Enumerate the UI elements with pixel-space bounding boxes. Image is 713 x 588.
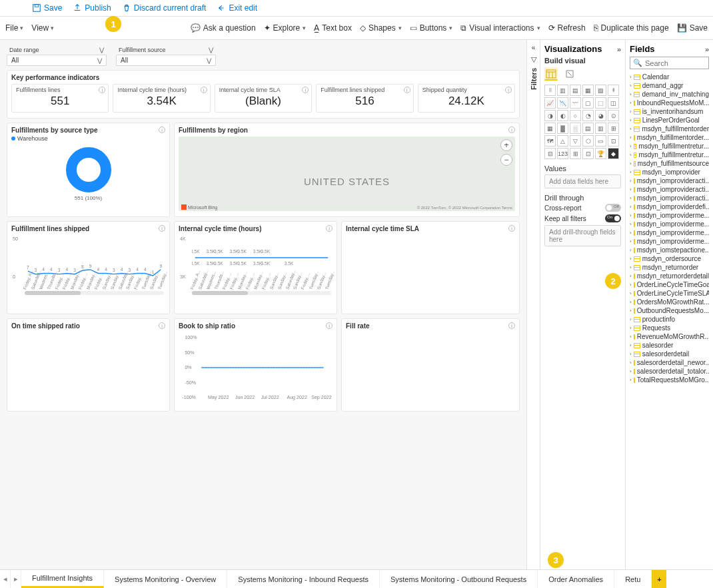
page-tab[interactable]: Systems Monitoring - Outbound Requests [380,570,538,588]
buttons-menu[interactable]: ▭Buttons▾ [410,23,453,33]
drillthrough-dropzone[interactable]: Add drill-through fields here [544,225,621,246]
values-dropzone[interactable]: Add data fields here [544,174,621,188]
search-input[interactable] [645,59,698,67]
build-visual-tab[interactable] [544,67,558,81]
viz-type-icon[interactable]: 🗺 [544,135,556,147]
collapse-icon[interactable]: » [617,45,621,53]
field-table[interactable]: ›msdyn_iomproviderme... [630,237,709,246]
viz-type-icon[interactable]: ▦ [582,85,594,96]
field-table[interactable]: ›TotalRequestsMoMGro... [630,376,709,384]
viz-type-icon[interactable]: 📈 [544,97,556,109]
field-table[interactable]: ›OrdersMoMGrowthRat... [630,298,709,306]
viz-type-icon[interactable]: ▤ [582,123,594,134]
expand-icon[interactable]: « [532,44,536,51]
field-table[interactable]: ›is_inventorihandsum [630,107,709,116]
save-button[interactable]: Save [32,3,62,13]
info-icon[interactable]: i [508,322,515,329]
viz-type-icon[interactable]: ⫴ [544,85,556,96]
field-table[interactable]: ›RevenueMoMGrowthR... [630,332,709,341]
field-table[interactable]: ›salesorder [630,341,709,350]
viz-type-icon[interactable]: ⬡ [582,135,594,147]
field-table[interactable]: ›msdyn_returnorder [630,263,709,272]
viz-type-icon[interactable]: ▥ [595,123,606,134]
field-table[interactable]: ›msdyn_iomprovider [630,168,709,176]
viz-type-icon[interactable]: ◆ [608,148,619,159]
viz-type-icon[interactable]: ▦ [544,123,556,134]
info-icon[interactable]: i [159,225,165,232]
info-icon[interactable]: i [99,87,105,93]
visual-interactions-menu[interactable]: ⧉Visual interactions▾ [460,23,540,33]
discard-button[interactable]: Discard current draft [122,3,207,13]
field-table[interactable]: ›msdyn_iomprovideracti... [630,176,709,185]
kpi-card[interactable]: i Internal cycle time (hours) 3.54K [113,84,210,113]
page-tab[interactable]: Retu [614,570,652,588]
field-table[interactable]: ›InboundRequestsMoM... [630,99,709,107]
field-table[interactable]: ›msdyn_returnorderdetail [630,272,709,280]
viz-type-icon[interactable]: ⫵ [608,85,619,96]
viz-type-icon[interactable]: ○ [570,110,581,121]
info-icon[interactable]: i [505,87,512,93]
slicer-fulfillment-source[interactable]: Fulfillment source⋁ All⋁ [116,45,216,66]
field-table[interactable]: ›LinesPerOrderGoal [630,116,709,125]
tile-by-source-type[interactable]: Fulfillments by source type i Warehouse … [7,123,170,217]
field-table[interactable]: ›Requests [630,324,709,332]
viz-type-icon[interactable]: ▢ [582,97,594,109]
field-table[interactable]: ›msdyn_fulfillmentorder [630,125,709,133]
field-table[interactable]: ›salesorderdetail [630,350,709,358]
field-table[interactable]: ›msdyn_fulfillmentsource [630,159,709,168]
collapse-icon[interactable]: » [705,45,709,53]
viz-type-icon[interactable]: ⊟ [544,148,556,159]
tile-on-time[interactable]: On time shipped ratio i [7,318,170,412]
field-table[interactable]: ›msdyn_iomproviderme... [630,220,709,228]
fields-search[interactable]: 🔍 [630,57,709,69]
slicer-date-range[interactable]: Date range⋁ All⋁ [7,45,107,66]
field-table[interactable]: ›msdyn_iomprovideracti... [630,185,709,194]
tile-cycle-time[interactable]: Internal cycle time (hours) i 4K3K 3.5K3… [174,221,337,314]
save-button-2[interactable]: 💾Save [677,23,708,33]
view-menu[interactable]: View▾ [31,23,54,33]
explore-menu[interactable]: ✦Explore▾ [264,23,307,33]
map-zoom-in[interactable]: + [500,139,512,151]
refresh-button[interactable]: ⟳Refresh [548,23,586,33]
chart-scrollbar[interactable] [25,291,164,295]
field-table[interactable]: ›msdyn_fulfillmentretur... [630,142,709,150]
viz-type-icon[interactable]: ▓ [557,123,568,134]
viz-type-icon[interactable]: ◔ [582,110,594,121]
viz-type-icon[interactable]: ◕ [595,110,606,121]
info-icon[interactable]: i [404,87,410,93]
exit-edit-button[interactable]: Exit edit [217,3,257,13]
publish-button[interactable]: Publish [73,3,111,13]
page-tab[interactable]: Fulfillment Insights [21,570,104,588]
field-table[interactable]: ›salesorderdetail_totalor... [630,367,709,376]
viz-type-icon[interactable]: △ [557,135,568,147]
field-table[interactable]: ›msdyn_iomstepactione... [630,246,709,254]
info-icon[interactable]: i [326,225,333,232]
chart-scrollbar[interactable] [192,291,331,295]
viz-type-icon[interactable]: 123 [557,148,568,159]
field-table[interactable]: ›OutboundRequestsMo... [630,306,709,315]
field-table[interactable]: ›msdyn_fulfillmentretur... [630,150,709,159]
field-table[interactable]: ›msdyn_iomproviderdefi... [630,202,709,211]
viz-type-icon[interactable]: ◑ [544,110,556,121]
viz-type-icon[interactable]: ▽ [570,135,581,147]
viz-type-icon[interactable]: ░ [570,123,581,134]
viz-type-icon[interactable]: ▤ [570,85,581,96]
kpi-card[interactable]: i Fulfillments lines 551 [11,84,109,113]
viz-type-icon[interactable]: 📉 [557,97,568,109]
tile-lines-shipped[interactable]: Fulfillment lines shipped i 500 73443438… [7,221,170,314]
field-table[interactable]: ›OrderLineCycleTimeSLA [630,289,709,298]
textbox-button[interactable]: A̲Text box [314,23,352,33]
viz-type-icon[interactable]: ▥ [557,85,568,96]
field-table[interactable]: ›salesorderdetail_newor... [630,358,709,367]
kpi-card[interactable]: i Fulfillment lines shipped 516 [316,84,413,113]
info-icon[interactable]: i [302,87,309,93]
map-zoom-out[interactable]: − [500,154,512,166]
field-table[interactable]: ›msdyn_iomproviderme... [630,211,709,220]
map-visual[interactable]: UNITED STATES + − Microsoft Bing © 2022 … [179,137,515,211]
viz-type-icon[interactable]: ⊞ [608,123,619,134]
tile-fill-rate[interactable]: Fill rate i [341,318,520,412]
tile-cycle-time-sla[interactable]: Internal cycle time SLA i [341,221,520,314]
duplicate-page-button[interactable]: ⎘Duplicate this page [594,23,669,33]
field-table[interactable]: ›demand_inv_matching [630,90,709,99]
viz-type-icon[interactable]: ⊞ [570,148,581,159]
